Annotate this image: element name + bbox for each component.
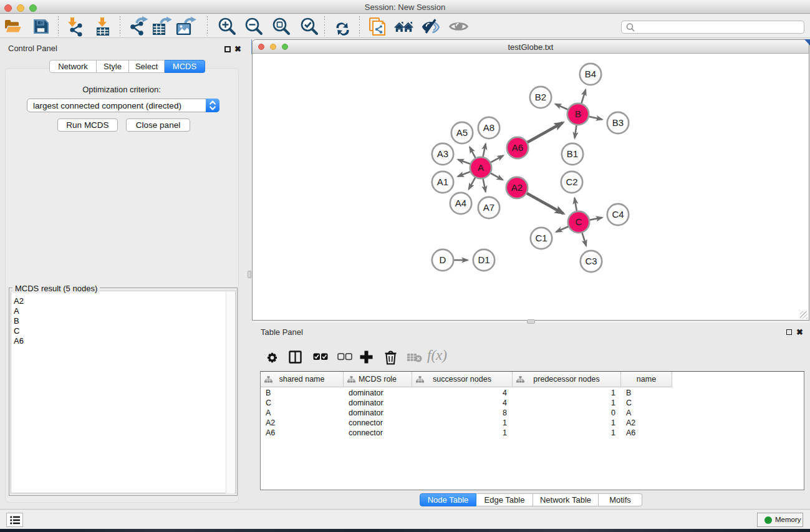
- svg-text:B1: B1: [567, 148, 578, 159]
- svg-text:A3: A3: [437, 148, 448, 159]
- svg-text:C2: C2: [566, 177, 577, 187]
- svg-text:A7: A7: [483, 202, 494, 213]
- svg-text:A6: A6: [512, 142, 523, 153]
- svg-text:B3: B3: [612, 117, 624, 128]
- svg-text:A8: A8: [483, 122, 494, 133]
- svg-text:B4: B4: [585, 69, 596, 79]
- svg-text:C1: C1: [535, 233, 547, 243]
- svg-text:C3: C3: [585, 256, 597, 266]
- svg-text:B: B: [575, 109, 581, 119]
- svg-text:A5: A5: [456, 127, 468, 138]
- svg-text:C4: C4: [612, 209, 624, 220]
- svg-text:A4: A4: [455, 198, 466, 208]
- svg-text:D: D: [440, 254, 446, 265]
- svg-text:A1: A1: [437, 177, 448, 187]
- svg-text:A: A: [478, 162, 484, 173]
- svg-text:B2: B2: [535, 92, 546, 102]
- svg-text:C: C: [576, 216, 582, 227]
- svg-text:D1: D1: [478, 254, 489, 265]
- svg-text:A2: A2: [511, 182, 523, 193]
